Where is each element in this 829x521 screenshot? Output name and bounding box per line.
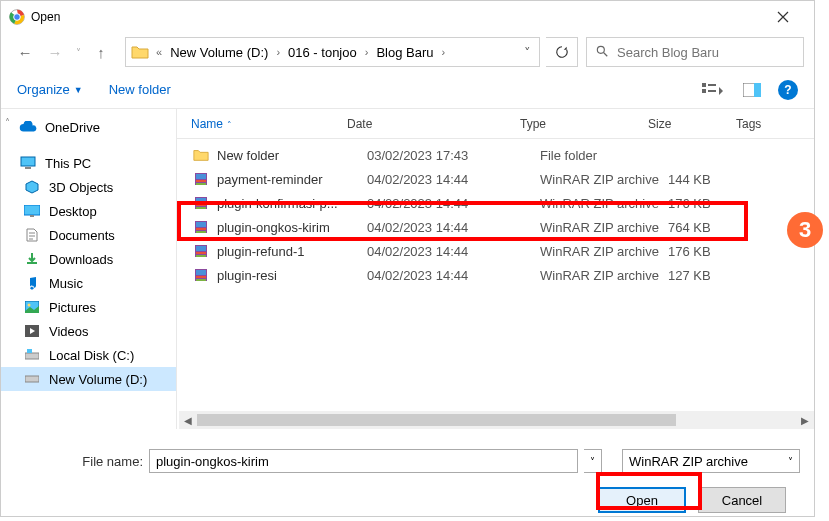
- nav-onedrive[interactable]: OneDrive: [1, 115, 176, 139]
- file-size: 764 KB: [668, 220, 756, 235]
- open-button[interactable]: Open: [598, 487, 686, 513]
- filetype-select[interactable]: WinRAR ZIP archive ˅: [622, 449, 800, 473]
- 3d-objects-icon: [23, 178, 41, 196]
- forward-button[interactable]: →: [41, 38, 69, 66]
- scroll-thumb[interactable]: [197, 414, 676, 426]
- documents-icon: [23, 226, 41, 244]
- nav-downloads[interactable]: Downloads: [1, 247, 176, 271]
- scroll-track[interactable]: [197, 411, 796, 429]
- col-header-size[interactable]: Size: [648, 117, 736, 131]
- file-row[interactable]: plugin-resi04/02/2023 14:44WinRAR ZIP ar…: [177, 263, 814, 287]
- svg-rect-38: [196, 276, 206, 278]
- up-button[interactable]: ↑: [87, 38, 115, 66]
- col-header-date[interactable]: Date: [347, 117, 520, 131]
- svg-rect-7: [708, 90, 716, 92]
- svg-rect-19: [25, 376, 39, 382]
- file-type: WinRAR ZIP archive: [540, 172, 668, 187]
- svg-rect-10: [21, 157, 35, 166]
- file-date: 03/02/2023 17:43: [367, 148, 540, 163]
- help-button[interactable]: ?: [778, 80, 798, 100]
- nav-music[interactable]: Music: [1, 271, 176, 295]
- file-date: 04/02/2023 14:44: [367, 220, 540, 235]
- navigation-pane: ˄ OneDrive This PC 3D Objects Desktop Do…: [1, 109, 177, 429]
- back-button[interactable]: ←: [11, 38, 39, 66]
- file-type: WinRAR ZIP archive: [540, 196, 668, 211]
- filename-history-dropdown[interactable]: ˅: [584, 449, 602, 473]
- disk-icon: [23, 370, 41, 388]
- close-button[interactable]: [760, 2, 806, 32]
- nav-local-disk-c[interactable]: Local Disk (C:): [1, 343, 176, 367]
- svg-rect-25: [196, 198, 206, 203]
- folder-icon: [191, 146, 211, 164]
- file-row[interactable]: plugin-ongkos-kirim04/02/2023 14:44WinRA…: [177, 215, 814, 239]
- breadcrumb-item-1[interactable]: 016 - tonjoo: [286, 45, 359, 60]
- svg-point-3: [597, 46, 604, 53]
- toolbar-right: ?: [698, 76, 798, 104]
- nav-3d-objects[interactable]: 3D Objects: [1, 175, 176, 199]
- search-icon: [595, 44, 609, 61]
- history-dropdown[interactable]: ˅: [71, 47, 85, 58]
- breadcrumb-dropdown[interactable]: ˅: [515, 38, 539, 66]
- file-name: plugin-resi: [217, 268, 367, 283]
- cancel-button[interactable]: Cancel: [698, 487, 786, 513]
- dropdown-caret-icon: ˅: [788, 456, 793, 467]
- col-header-tags[interactable]: Tags: [736, 117, 814, 131]
- breadcrumb-item-0[interactable]: New Volume (D:): [168, 45, 270, 60]
- file-name: plugin-ongkos-kirim: [217, 220, 367, 235]
- col-header-name[interactable]: Name˄: [191, 117, 347, 131]
- file-type: WinRAR ZIP archive: [540, 244, 668, 259]
- search-box[interactable]: [586, 37, 804, 67]
- scroll-right-icon[interactable]: ▶: [796, 411, 814, 429]
- nav-item-label: 3D Objects: [49, 180, 113, 195]
- svg-rect-5: [708, 84, 716, 86]
- nav-new-volume-d[interactable]: New Volume (D:): [1, 367, 176, 391]
- svg-rect-21: [196, 174, 206, 179]
- svg-rect-31: [196, 231, 206, 233]
- nav-desktop[interactable]: Desktop: [1, 199, 176, 223]
- nav-item-label: Documents: [49, 228, 115, 243]
- search-input[interactable]: [617, 45, 795, 60]
- svg-rect-39: [196, 279, 206, 281]
- scroll-left-icon[interactable]: ◀: [179, 411, 197, 429]
- zip-archive-icon: [191, 266, 211, 284]
- col-header-type[interactable]: Type: [520, 117, 648, 131]
- file-row[interactable]: plugin-konfirmasi-p...04/02/2023 14:44Wi…: [177, 191, 814, 215]
- refresh-button[interactable]: [546, 37, 578, 67]
- svg-rect-27: [196, 207, 206, 209]
- nav-item-label: New Volume (D:): [49, 372, 147, 387]
- horizontal-scrollbar[interactable]: ◀ ▶: [179, 411, 814, 429]
- file-row[interactable]: plugin-refund-104/02/2023 14:44WinRAR ZI…: [177, 239, 814, 263]
- svg-rect-6: [702, 89, 706, 93]
- file-row[interactable]: payment-reminder04/02/2023 14:44WinRAR Z…: [177, 167, 814, 191]
- breadcrumb-bar[interactable]: « New Volume (D:) › 016 - tonjoo › Blog …: [125, 37, 540, 67]
- nav-item-label: Pictures: [49, 300, 96, 315]
- zip-archive-icon: [191, 194, 211, 212]
- tree-caret-icon[interactable]: ˄: [5, 117, 10, 128]
- file-row[interactable]: New folder03/02/2023 17:43File folder: [177, 143, 814, 167]
- zip-archive-icon: [191, 242, 211, 260]
- zip-archive-icon: [191, 218, 211, 236]
- svg-rect-4: [702, 83, 706, 87]
- svg-point-15: [28, 304, 31, 307]
- file-type: File folder: [540, 148, 668, 163]
- breadcrumb-root-sep: «: [150, 46, 168, 58]
- nav-documents[interactable]: Documents: [1, 223, 176, 247]
- file-type: WinRAR ZIP archive: [540, 220, 668, 235]
- view-options-button[interactable]: [698, 76, 726, 104]
- chevron-right-icon: ›: [270, 46, 286, 58]
- desktop-icon: [23, 202, 41, 220]
- music-icon: [23, 274, 41, 292]
- step-badge: 3: [787, 212, 823, 248]
- nav-pictures[interactable]: Pictures: [1, 295, 176, 319]
- breadcrumb-item-2[interactable]: Blog Baru: [374, 45, 435, 60]
- new-folder-button[interactable]: New folder: [109, 82, 171, 97]
- filename-input[interactable]: [149, 449, 578, 473]
- nav-this-pc[interactable]: This PC: [1, 151, 176, 175]
- nav-videos[interactable]: Videos: [1, 319, 176, 343]
- file-type: WinRAR ZIP archive: [540, 268, 668, 283]
- preview-pane-button[interactable]: [738, 76, 766, 104]
- file-date: 04/02/2023 14:44: [367, 268, 540, 283]
- file-date: 04/02/2023 14:44: [367, 244, 540, 259]
- dialog-title: Open: [31, 10, 760, 24]
- organize-menu[interactable]: Organize▼: [17, 82, 83, 97]
